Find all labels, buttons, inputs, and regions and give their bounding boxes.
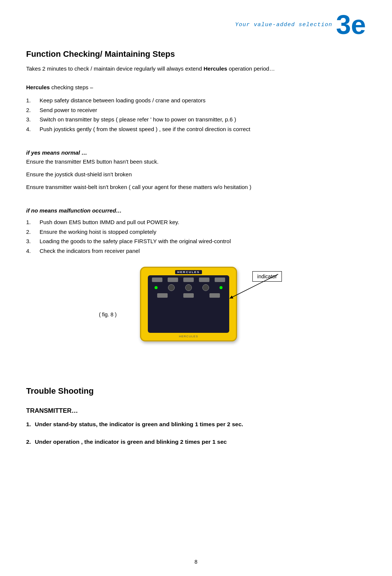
connector	[157, 293, 168, 298]
section1-title: Function Checking/ Maintaining Steps	[26, 49, 366, 59]
trouble-item-2: 2. Under operation , the indicator is gr…	[26, 437, 366, 447]
spacer-after-figure	[26, 353, 366, 368]
device-body: HERCULES	[140, 267, 237, 341]
connector	[209, 293, 220, 298]
figure-wrapper: ( fig. 8 ) HERCULES	[91, 263, 301, 349]
list-item: 2.Send power to receiver	[26, 105, 366, 115]
connector	[215, 278, 225, 282]
device-inner-panel	[148, 275, 229, 333]
list-item: 1.Keep safety distance between loading g…	[26, 96, 366, 105]
if-no-steps-list: 1.Push down EMS button IMMD and pull out…	[26, 217, 366, 256]
device-row3	[149, 293, 228, 298]
if-yes-line3: Ensure transmitter waist-belt isn't brok…	[26, 183, 366, 192]
transmitter-heading: TRANSMITTER…	[26, 407, 366, 415]
page: Your value-added selection 3e Function C…	[0, 0, 392, 576]
list-item: 4.Check the indicators from receiver pan…	[26, 246, 366, 256]
checking-steps-list: 1.Keep safety distance between loading g…	[26, 96, 366, 134]
led-indicator	[220, 286, 223, 289]
if-yes-heading: if yes means normal …	[26, 149, 366, 156]
list-item: 1.Push down EMS button IMMD and pull out…	[26, 217, 366, 227]
figure-area: ( fig. 8 ) HERCULES	[26, 263, 366, 349]
knob	[185, 284, 192, 291]
list-item: 3.Switch on transmitter by steps ( pleas…	[26, 115, 366, 124]
list-item: 4.Push joysticks gently ( from the slowe…	[26, 124, 366, 134]
device-row1	[149, 278, 228, 282]
knob	[202, 284, 209, 291]
header-tagline: Your value-added selection	[235, 22, 332, 28]
trouble-shooting-section: Trouble Shooting TRANSMITTER… 1. Under s…	[26, 386, 366, 447]
connector	[152, 278, 162, 282]
header: Your value-added selection 3e	[26, 11, 366, 38]
spacer1	[26, 77, 366, 83]
device-image: HERCULES	[140, 267, 237, 341]
section1-intro: Takes 2 minutes to check / maintain devi…	[26, 64, 366, 73]
if-no-heading: if no means malfunction occurred…	[26, 207, 366, 214]
led-indicator	[155, 286, 158, 289]
trouble-item-1: 1. Under stand-by status, the indicator …	[26, 420, 366, 429]
indicator-box: indicator	[252, 271, 282, 282]
knob	[168, 284, 175, 291]
checking-label: Hercules checking steps –	[26, 83, 366, 92]
if-yes-line1: Ensure the transmitter EMS button hasn't…	[26, 157, 366, 166]
list-item: 3.Loading the goods to the safety place …	[26, 236, 366, 246]
if-yes-line2: Ensure the joystick dust-shield isn't br…	[26, 170, 366, 179]
spacer2	[26, 137, 366, 143]
connector	[168, 278, 178, 282]
device-row2	[149, 284, 228, 291]
device-brand-label: HERCULES	[175, 270, 202, 274]
device-bottom-label: HERCULES	[179, 335, 198, 338]
connector	[183, 293, 194, 298]
spacer4	[26, 401, 366, 407]
header-logo: 3e	[336, 11, 366, 38]
connector	[183, 278, 194, 282]
figure-caption: ( fig. 8 )	[99, 312, 116, 318]
section-function-checking: Function Checking/ Maintaining Steps Tak…	[26, 49, 366, 256]
page-number: 8	[195, 559, 197, 565]
trouble-shooting-title: Trouble Shooting	[26, 386, 366, 396]
list-item: 2.Ensure the working hoist is stopped co…	[26, 227, 366, 237]
spacer3	[26, 195, 366, 201]
connector	[199, 278, 209, 282]
